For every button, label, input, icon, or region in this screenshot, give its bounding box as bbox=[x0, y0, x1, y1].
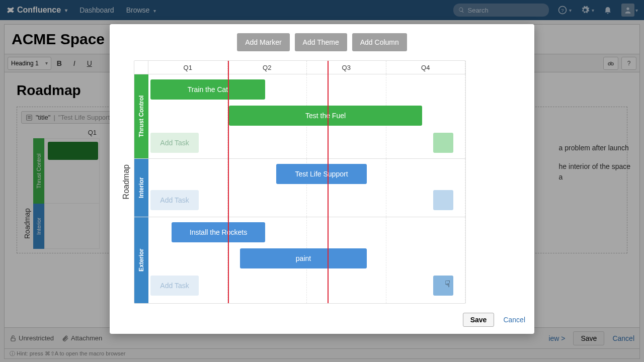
roadmap-editor-modal: Add Marker Add Theme Add Column Roadmap … bbox=[110, 24, 534, 334]
color-swatch-blue[interactable] bbox=[433, 276, 453, 296]
color-swatch-lightblue[interactable] bbox=[433, 190, 453, 210]
col-q2[interactable]: Q2 bbox=[228, 61, 307, 74]
color-swatch-green[interactable] bbox=[433, 133, 453, 153]
roadmap-header-row: Q1 Q2 Q3 Q4 bbox=[134, 61, 465, 74]
add-column-button[interactable]: Add Column bbox=[352, 33, 407, 51]
add-task-thrust[interactable]: Add Task bbox=[150, 133, 199, 153]
lane-thrust-control: Thrust Control Train the Cat Test the Fu… bbox=[134, 74, 465, 158]
add-theme-button[interactable]: Add Theme bbox=[295, 33, 347, 51]
bar-paint[interactable]: paint bbox=[240, 248, 367, 268]
bar-test-fuel[interactable]: Test the Fuel bbox=[229, 106, 422, 126]
marker-line-2[interactable] bbox=[328, 61, 329, 303]
modal-top-buttons: Add Marker Add Theme Add Column bbox=[119, 33, 525, 51]
modal-footer: Save Cancel bbox=[119, 313, 525, 327]
modal-overlay: Add Marker Add Theme Add Column Roadmap … bbox=[0, 0, 644, 362]
roadmap-title-vertical: Roadmap bbox=[119, 164, 134, 199]
lane-interior: Interior Test Life Support Add Task bbox=[134, 158, 465, 217]
modal-save-button[interactable]: Save bbox=[463, 313, 495, 327]
roadmap-grid: Q1 Q2 Q3 Q4 Thrust Control Train the Cat… bbox=[134, 60, 466, 304]
add-task-exterior[interactable]: Add Task bbox=[150, 276, 199, 296]
marker-line-1[interactable] bbox=[228, 61, 229, 303]
lane-label-exterior[interactable]: Exterior bbox=[134, 217, 148, 303]
add-task-interior[interactable]: Add Task bbox=[150, 190, 199, 210]
bar-life-support[interactable]: Test Life Support bbox=[276, 164, 367, 184]
col-q1[interactable]: Q1 bbox=[148, 61, 228, 74]
col-q3[interactable]: Q3 bbox=[307, 61, 386, 74]
bar-train-cat[interactable]: Train the Cat bbox=[150, 79, 265, 100]
add-marker-button[interactable]: Add Marker bbox=[237, 33, 289, 51]
bar-install-rockets[interactable]: Install the Rockets bbox=[172, 222, 265, 242]
col-q4[interactable]: Q4 bbox=[386, 61, 466, 74]
lane-exterior: Exterior Install the Rockets paint Add T… bbox=[134, 217, 465, 303]
modal-cancel-link[interactable]: Cancel bbox=[503, 316, 525, 324]
lane-label-interior[interactable]: Interior bbox=[134, 159, 148, 217]
lane-label-thrust[interactable]: Thrust Control bbox=[134, 74, 148, 158]
